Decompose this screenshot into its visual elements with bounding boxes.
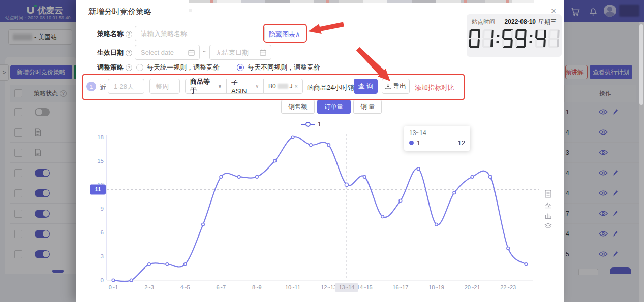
x-tick-label: 10~11 bbox=[285, 284, 300, 290]
site-clock-panel: 站点时间 2022-08-10 星期三 bbox=[467, 14, 562, 57]
remove-tag-icon[interactable]: × bbox=[295, 83, 298, 89]
annotation-arrow-down-right bbox=[351, 43, 394, 84]
x-tick-label: 20~21 bbox=[465, 284, 480, 290]
chart-tooltip: 13~14 112 bbox=[404, 126, 470, 151]
y-tick-label: 6 bbox=[101, 229, 104, 236]
days-input-wrap bbox=[108, 79, 144, 94]
data-point bbox=[363, 176, 366, 179]
clock-digit bbox=[547, 29, 560, 48]
tab-销售额[interactable]: 销售额 bbox=[281, 100, 315, 114]
date-start-wrap bbox=[135, 45, 200, 60]
radio-daily-rule[interactable]: 每天不同规则，调整竞价 bbox=[237, 63, 320, 72]
hide-chart-link[interactable]: 隐藏图表∧ bbox=[269, 30, 300, 39]
tooltip-title: 13~14 bbox=[409, 129, 465, 137]
x-tick-label: 0~1 bbox=[109, 284, 118, 290]
data-point bbox=[417, 167, 420, 171]
asin-type-select[interactable]: 子 ASIN∨ bbox=[226, 79, 264, 94]
clock-label: 站点时间 bbox=[472, 18, 495, 26]
clock-digit bbox=[481, 29, 494, 48]
asin-suffix: J bbox=[290, 83, 293, 90]
help-icon[interactable]: ? bbox=[126, 31, 132, 38]
chart-toolbox bbox=[544, 190, 552, 229]
y-tick-label: 18 bbox=[97, 134, 104, 140]
tab-销量[interactable]: 销 量 bbox=[353, 100, 382, 114]
data-point bbox=[166, 263, 169, 266]
data-point bbox=[453, 191, 456, 194]
line-chart-icon[interactable] bbox=[544, 202, 552, 209]
clock-date: 2022-08-10 bbox=[505, 18, 536, 25]
name-label-row: 策略名称? bbox=[83, 29, 132, 39]
x-tick-label: 8~9 bbox=[252, 284, 262, 290]
help-icon[interactable]: ? bbox=[126, 64, 132, 71]
new-strategy-modal: 新增分时竞价策略 × 策略名称? 隐藏图表∧ 生效日期? ~ 调整策略? 每天统… bbox=[76, 0, 564, 302]
data-point bbox=[148, 263, 151, 266]
data-view-icon[interactable] bbox=[544, 190, 552, 198]
data-point bbox=[256, 176, 259, 179]
clock-digit bbox=[514, 29, 527, 48]
near-label: 近 bbox=[100, 83, 106, 92]
clock-digit bbox=[534, 29, 546, 48]
add-compare-link[interactable]: 添加指标对比 bbox=[415, 83, 454, 92]
tab-订单量[interactable]: 订单量 bbox=[317, 100, 351, 114]
clock-weekday: 星期三 bbox=[538, 18, 557, 26]
radio-icon-selected[interactable] bbox=[237, 64, 244, 71]
x-tick-label: 22~23 bbox=[500, 284, 516, 290]
asin-redacted bbox=[278, 84, 288, 89]
sales-line-chart[interactable]: 03691215180~12~34~56~78~910~1112~1314~15… bbox=[85, 127, 548, 297]
x-tick-label: 2~3 bbox=[144, 284, 154, 290]
date-start-input[interactable] bbox=[140, 48, 188, 57]
data-point bbox=[327, 144, 330, 147]
days-input[interactable] bbox=[113, 82, 139, 91]
week-input-wrap bbox=[149, 79, 180, 94]
data-point bbox=[471, 176, 474, 179]
strategy-name-input[interactable] bbox=[140, 29, 260, 38]
x-tick-label-hover: 13~14 bbox=[339, 284, 355, 290]
strategy-label-row: 调整策略? bbox=[83, 63, 132, 72]
x-tick-label: 14~15 bbox=[357, 284, 373, 290]
x-tick-label: 12~13 bbox=[321, 284, 336, 290]
y-tick-label: 0 bbox=[101, 277, 104, 283]
data-point bbox=[525, 263, 528, 266]
x-tick-label: 18~19 bbox=[428, 284, 444, 290]
name-label: 策略名称 bbox=[97, 29, 124, 39]
y-tick-label: 3 bbox=[101, 253, 104, 259]
modal-title: 新增分时竞价策略 bbox=[88, 7, 151, 17]
date-end-input[interactable] bbox=[214, 48, 260, 57]
svg-text:11: 11 bbox=[95, 186, 101, 192]
data-point bbox=[399, 199, 402, 203]
x-tick-label: 16~17 bbox=[392, 284, 408, 290]
asin-tag[interactable]: B0J× bbox=[263, 79, 303, 94]
radio-icon[interactable] bbox=[136, 64, 143, 71]
calendar-icon bbox=[188, 49, 195, 56]
legend-line-icon bbox=[301, 122, 315, 127]
radio-uniform-rule[interactable]: 每天统一规则，调整竞价 bbox=[136, 63, 220, 72]
date-range-tilde: ~ bbox=[203, 48, 206, 55]
scrollbar-thumb[interactable] bbox=[639, 24, 643, 105]
seven-segment-clock bbox=[466, 27, 562, 48]
data-point bbox=[202, 223, 205, 226]
step-badge: 1 bbox=[86, 82, 96, 91]
series-dot bbox=[409, 141, 414, 145]
y-tick-label: 15 bbox=[97, 158, 104, 164]
clock-digit bbox=[501, 29, 513, 48]
week-input[interactable] bbox=[155, 82, 175, 91]
data-point bbox=[291, 136, 294, 139]
chevron-down-icon: ∨ bbox=[218, 84, 222, 89]
data-point bbox=[112, 279, 115, 282]
chevron-down-icon: ∨ bbox=[255, 84, 259, 89]
line-series bbox=[113, 137, 526, 281]
redacted-bookmark-strip bbox=[189, 0, 535, 3]
y-tick-label: 9 bbox=[101, 206, 104, 212]
data-point bbox=[237, 176, 240, 179]
download-icon bbox=[385, 84, 391, 89]
stack-icon[interactable] bbox=[544, 223, 552, 229]
bar-chart-icon[interactable] bbox=[544, 212, 552, 219]
data-point bbox=[507, 247, 510, 250]
help-icon[interactable]: ? bbox=[126, 50, 132, 56]
date-label-row: 生效日期? bbox=[83, 48, 132, 57]
annotation-arrow-left bbox=[308, 21, 345, 37]
calendar-icon bbox=[260, 49, 266, 56]
data-point bbox=[220, 176, 223, 179]
data-point bbox=[130, 279, 133, 282]
product-equals-select[interactable]: 商品等于∨ bbox=[185, 79, 227, 94]
